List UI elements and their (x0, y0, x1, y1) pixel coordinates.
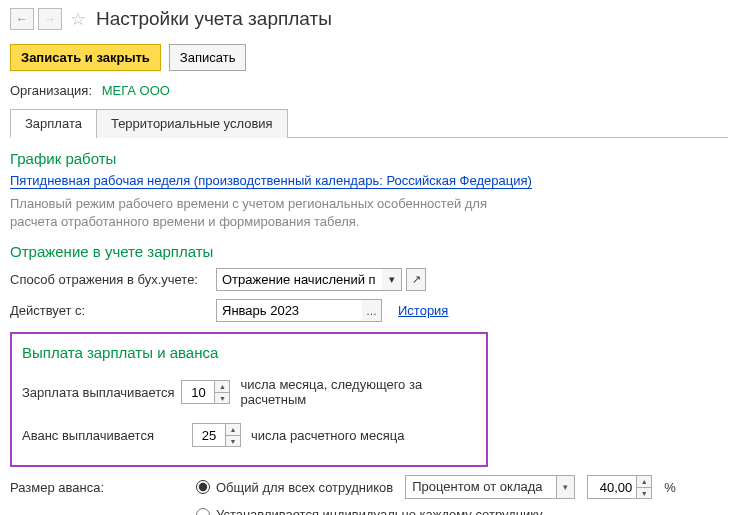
salary-day-down-icon[interactable]: ▼ (215, 392, 229, 403)
forward-button[interactable]: → (38, 8, 62, 30)
advance-common-option[interactable]: Общий для всех сотрудников (196, 480, 393, 495)
advance-common-radio[interactable] (196, 480, 210, 494)
method-open-icon[interactable]: ↗ (406, 268, 426, 291)
method-label: Способ отражения в бух.учете: (10, 272, 210, 287)
favorite-star-icon[interactable]: ☆ (70, 8, 86, 30)
advance-pay-label: Аванс выплачивается (22, 428, 192, 443)
tab-territory[interactable]: Территориальные условия (96, 109, 288, 138)
salary-day-input[interactable] (182, 381, 214, 403)
advance-day-input[interactable] (193, 424, 225, 446)
schedule-help: Плановый режим рабочего времени с учетом… (10, 195, 530, 231)
section-schedule-title: График работы (10, 150, 728, 167)
advance-method-dropdown[interactable]: Процентом от оклада ▾ (405, 475, 575, 499)
advance-method-arrow-icon[interactable]: ▾ (556, 476, 574, 498)
section-payment-title: Выплата зарплаты и аванса (22, 344, 476, 361)
advance-individual-option[interactable]: Устанавливается индивидуально каждому со… (196, 507, 543, 515)
advance-pay-note: числа расчетного месяца (251, 428, 404, 443)
org-label: Организация: (10, 83, 92, 98)
back-button[interactable]: ← (10, 8, 34, 30)
page-title: Настройки учета зарплаты (96, 8, 332, 30)
advance-size-label: Размер аванса: (10, 480, 190, 495)
history-link[interactable]: История (398, 303, 448, 318)
org-value[interactable]: МЕГА ООО (102, 83, 170, 98)
method-dropdown-icon[interactable]: ▾ (382, 268, 402, 291)
advance-day-up-icon[interactable]: ▲ (226, 424, 240, 435)
effective-picker-icon[interactable]: … (362, 299, 382, 322)
salary-pay-note: числа месяца, следующего за расчетным (240, 377, 476, 407)
advance-individual-text: Устанавливается индивидуально каждому со… (216, 507, 543, 515)
advance-day-down-icon[interactable]: ▼ (226, 435, 240, 446)
salary-pay-label: Зарплата выплачивается (22, 385, 181, 400)
effective-label: Действует с: (10, 303, 210, 318)
tab-salary[interactable]: Зарплата (10, 109, 97, 138)
percent-down-icon[interactable]: ▼ (637, 487, 651, 498)
percent-up-icon[interactable]: ▲ (637, 476, 651, 487)
section-accounting-title: Отражение в учете зарплаты (10, 243, 728, 260)
salary-day-up-icon[interactable]: ▲ (215, 381, 229, 392)
advance-common-text: Общий для всех сотрудников (216, 480, 393, 495)
advance-percent-input[interactable] (588, 476, 636, 498)
method-input[interactable] (216, 268, 382, 291)
effective-input[interactable] (216, 299, 362, 322)
schedule-link[interactable]: Пятидневная рабочая неделя (производстве… (10, 173, 532, 189)
payment-highlight-box: Выплата зарплаты и аванса Зарплата выпла… (10, 332, 488, 467)
advance-individual-radio[interactable] (196, 508, 210, 515)
save-button[interactable]: Записать (169, 44, 247, 71)
percent-sign: % (664, 480, 676, 495)
save-close-button[interactable]: Записать и закрыть (10, 44, 161, 71)
advance-method-value: Процентом от оклада (406, 476, 556, 498)
